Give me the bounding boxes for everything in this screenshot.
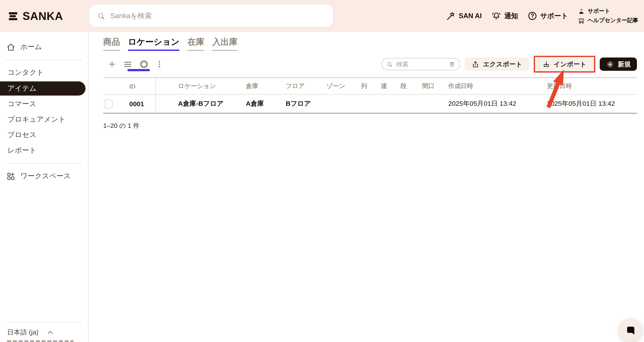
header-actions: SAN AI 通知 サポート <box>446 7 644 24</box>
san-ai-label: SAN AI <box>459 12 482 20</box>
cell-warehouse: A倉庫 <box>240 99 280 108</box>
pagination-summary: 1–20 の 1 件 <box>103 122 637 130</box>
search-icon <box>386 61 393 67</box>
sidebar-divider <box>6 60 82 60</box>
sidebar-item-label: プロキュアメント <box>8 115 66 124</box>
sidebar: ホーム コンタクト アイテム コマース プロキュアメント プロセス レポート <box>0 32 88 342</box>
kebab-menu-icon[interactable] <box>156 60 164 68</box>
sidebar-divider <box>6 163 82 164</box>
row-checkbox[interactable] <box>104 99 112 108</box>
sidebar-item-label: ホーム <box>20 42 42 52</box>
sidebar-item-items[interactable]: アイテム <box>0 81 86 96</box>
bell-icon <box>491 11 501 21</box>
sidebar-item-label: コマース <box>8 99 36 109</box>
cell-floor: Bフロア <box>280 99 321 108</box>
import-label: インポート <box>554 60 586 68</box>
person-icon <box>577 7 585 15</box>
help-booth-icon <box>577 17 585 24</box>
column-header-ren: 連 <box>376 82 395 90</box>
sidebar-item-procurement[interactable]: プロキュアメント <box>0 112 88 127</box>
chat-launcher[interactable] <box>619 319 642 342</box>
chevron-up-icon <box>46 329 54 336</box>
clipped-partial-text <box>7 340 74 342</box>
column-header-zone: ゾーン <box>321 82 356 90</box>
logo-text: SANKA <box>22 9 63 22</box>
sidebar-item-home[interactable]: ホーム <box>0 39 88 55</box>
column-header-id: ID <box>124 78 156 94</box>
export-button[interactable]: エクスポート <box>465 57 529 71</box>
sidebar-divider <box>6 322 82 323</box>
app-window: SANKA SAN AI <box>0 0 644 342</box>
table-row[interactable]: 0001 A倉庫-Bフロア A倉庫 Bフロア 2025年05月01日 13:42… <box>103 95 637 114</box>
sidebar-item-reports[interactable]: レポート <box>0 143 88 158</box>
tab-stock[interactable]: 在庫 <box>187 36 204 51</box>
help-center-label: ヘルプセンター記事 <box>588 17 638 24</box>
support-label: サポート <box>540 11 568 20</box>
export-label: エクスポート <box>483 60 522 68</box>
top-header: SANKA SAN AI <box>0 0 644 32</box>
plus-circle-icon <box>606 60 614 68</box>
support-contact-label: サポート <box>588 7 610 15</box>
home-icon <box>6 42 16 52</box>
annotation-highlight-box: インポート <box>534 56 595 72</box>
san-ai-button[interactable]: SAN AI <box>446 11 482 21</box>
view-controls <box>103 59 164 69</box>
sanka-logo[interactable]: SANKA <box>0 9 82 22</box>
new-label: 新規 <box>618 60 631 68</box>
new-button[interactable]: 新規 <box>600 57 637 71</box>
sidebar-item-workspace[interactable]: ワークスペース <box>0 169 88 184</box>
table-search[interactable] <box>382 58 460 70</box>
notifications-button[interactable]: 通知 <box>491 11 518 21</box>
cell-id: 0001 <box>124 95 156 113</box>
global-search-bar[interactable] <box>90 5 333 27</box>
active-view-indicator <box>128 69 150 71</box>
support-links-block: サポート ヘルプセンター記事 <box>577 7 638 24</box>
header-checkbox-cell <box>103 78 124 94</box>
list-view-icon[interactable] <box>123 59 132 69</box>
column-header-created: 作成日時 <box>443 82 542 90</box>
global-search-input[interactable] <box>110 12 326 20</box>
language-label: 日本語 (ja) <box>7 328 38 337</box>
column-header-updated: 更新日時 <box>542 82 637 90</box>
sidebar-item-contacts[interactable]: コンタクト <box>0 65 88 80</box>
import-button[interactable]: インポート <box>536 57 594 71</box>
import-download-icon <box>542 60 550 68</box>
cell-updated: 2025年05月01日 13:42 <box>542 99 637 108</box>
main-content: 商品 ロケーション 在庫 入出庫 <box>88 32 644 342</box>
add-view-icon[interactable] <box>108 60 116 69</box>
support-contact-link[interactable]: サポート <box>577 7 638 15</box>
filter-icon[interactable] <box>449 61 456 67</box>
sidebar-nav: ホーム コンタクト アイテム コマース プロキュアメント プロセス レポート <box>0 32 88 184</box>
sidebar-item-label: レポート <box>8 146 36 155</box>
locations-table: ID ロケーション 倉庫 フロア ゾーン 列 連 段 間口 作成日時 更新日時 … <box>103 77 637 114</box>
column-header-bay: 間口 <box>417 82 443 90</box>
sidebar-item-process[interactable]: プロセス <box>0 127 88 143</box>
toolbar-actions: エクスポート インポート 新 <box>382 56 637 72</box>
language-selector[interactable]: 日本語 (ja) <box>0 325 88 339</box>
sidebar-item-label: コンタクト <box>8 68 44 77</box>
sanka-logomark-icon <box>8 10 18 21</box>
table-search-input[interactable] <box>396 61 446 68</box>
cell-location: A倉庫-Bフロア <box>156 99 240 108</box>
circle-view-icon[interactable] <box>139 59 149 69</box>
help-center-link[interactable]: ヘルプセンター記事 <box>577 17 638 24</box>
export-upload-icon <box>472 60 480 68</box>
sidebar-footer: 日本語 (ja) <box>0 322 88 342</box>
cell-created: 2025年05月01日 13:42 <box>443 99 542 108</box>
list-toolbar: エクスポート インポート 新 <box>103 56 637 72</box>
tab-inbound-outbound[interactable]: 入出庫 <box>212 36 238 51</box>
notifications-label: 通知 <box>504 11 518 20</box>
row-checkbox-cell <box>103 95 124 113</box>
column-header-floor: フロア <box>280 82 321 90</box>
workspace-grid-plus-icon <box>6 172 16 181</box>
module-tabs: 商品 ロケーション 在庫 入出庫 <box>103 36 637 51</box>
magic-wand-icon <box>446 11 456 21</box>
tab-products[interactable]: 商品 <box>103 36 120 51</box>
table-header-row: ID ロケーション 倉庫 フロア ゾーン 列 連 段 間口 作成日時 更新日時 <box>103 78 637 95</box>
support-button[interactable]: サポート <box>527 11 568 21</box>
tab-locations[interactable]: ロケーション <box>128 36 180 51</box>
sidebar-item-label: アイテム <box>8 84 36 93</box>
sidebar-item-commerce[interactable]: コマース <box>0 96 88 112</box>
sidebar-item-label: プロセス <box>8 130 36 140</box>
sidebar-item-label: ワークスペース <box>20 172 71 181</box>
